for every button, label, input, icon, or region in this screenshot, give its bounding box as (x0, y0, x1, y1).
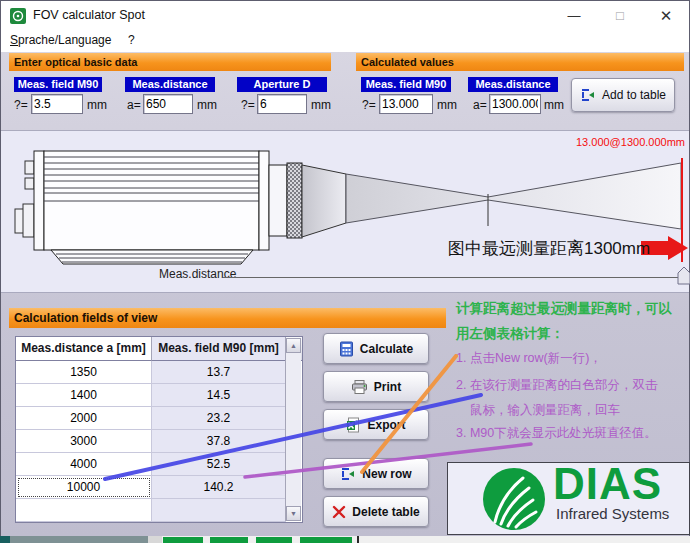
fov-diagram: 13.000@1300.000mm 图中最远测量距离1300mm Meas.di… (1, 130, 689, 293)
cell-distance[interactable]: 1350 (16, 361, 152, 384)
prefix-calc-m90: ?= (362, 98, 376, 112)
note-green-line1: 计算距离超过最远测量距离时，可以 (456, 300, 672, 318)
app-icon (10, 8, 26, 24)
cell-m90[interactable]: 52.5 (152, 453, 286, 476)
dias-wordmark: DIAS (553, 462, 662, 509)
printer-icon (351, 379, 368, 395)
scroll-down-button[interactable]: ▼ (286, 506, 301, 521)
calculate-button[interactable]: Calculate (323, 333, 429, 364)
table-row: 1350 13.7 (16, 361, 302, 384)
table-scrollbar[interactable]: ▲ ▼ (285, 338, 301, 521)
note-step3: 3. M90下就会显示此处光斑直径值。 (456, 425, 657, 442)
calc-m90-input[interactable] (379, 94, 433, 114)
distance-slider-track[interactable] (223, 277, 679, 278)
dias-subtitle: Infrared Systems (556, 505, 669, 522)
meas-distance-label: Meas.distance (159, 267, 236, 281)
delete-icon (332, 505, 346, 519)
unit-calc-m90: mm (437, 98, 457, 112)
maximize-button[interactable]: □ (597, 1, 643, 30)
minimize-button[interactable]: — (551, 1, 597, 30)
add-to-table-button[interactable]: Add to table (571, 78, 675, 112)
label-calc-distance: Meas.distance (468, 77, 558, 92)
new-row-icon (340, 466, 356, 482)
cell-distance[interactable]: 3000 (16, 430, 152, 453)
label-aperture-d: Aperture D (237, 77, 327, 92)
new-row-button[interactable]: New row (323, 458, 429, 489)
dias-logo-mark (481, 466, 547, 532)
calculator-icon (339, 341, 354, 357)
note-step1: 1. 点击New row(新一行)， (456, 350, 602, 367)
camera-beam-drawing (1, 131, 689, 294)
spot-size-label: 13.000@1300.000mm (576, 136, 685, 148)
col-m90-header: Meas. field M90 [mm] (152, 337, 286, 361)
background-window-strip (0, 536, 690, 543)
cn-max-distance-note: 图中最远测量距离1300mm (448, 237, 650, 260)
calculation-fields-header: Calculation fields of view (9, 308, 446, 328)
cell-distance-selected[interactable]: 10000 (16, 476, 152, 499)
aperture-input[interactable] (257, 94, 307, 114)
menu-language[interactable]: Sprache/Language (10, 33, 111, 47)
excel-export-icon (346, 417, 361, 433)
cell-m90[interactable]: 13.7 (152, 361, 286, 384)
cell-distance[interactable]: 1400 (16, 384, 152, 407)
label-calc-m90: Meas. field M90 (361, 77, 451, 92)
table-row: 3000 37.8 (16, 430, 302, 453)
unit-aperture: mm (311, 98, 331, 112)
app-window: FOV calculator Spot — □ ✕ Sprache/Langua… (0, 0, 690, 536)
table-row: 4000 52.5 (16, 453, 302, 476)
cell-m90[interactable]: 23.2 (152, 407, 286, 430)
m90-input[interactable] (31, 94, 83, 114)
cell-m90[interactable]: 140.2 (152, 476, 286, 499)
calculated-values-header: Calculated values (356, 53, 684, 71)
prefix-calc-distance: a= (473, 98, 487, 112)
menu-help[interactable]: ? (128, 33, 135, 47)
print-button[interactable]: Print (323, 371, 429, 402)
label-meas-distance: Meas.distance (125, 77, 215, 92)
distance-slider-thumb[interactable] (677, 266, 690, 285)
fov-table: Meas.distance a [mm] Meas. field M90 [mm… (15, 336, 303, 523)
basic-data-header: Enter optical basic data (9, 53, 331, 71)
note-green-line2: 用左侧表格计算： (456, 325, 564, 343)
cell-distance[interactable]: 2000 (16, 407, 152, 430)
add-to-table-icon (580, 87, 596, 103)
cell-distance[interactable]: 4000 (16, 453, 152, 476)
table-row: 1400 14.5 (16, 384, 302, 407)
cell-m90[interactable]: 14.5 (152, 384, 286, 407)
cell-m90[interactable]: 37.8 (152, 430, 286, 453)
table-row-empty (16, 499, 302, 522)
dias-logo: DIAS Infrared Systems (447, 462, 690, 535)
screen: FOV calculator Spot — □ ✕ Sprache/Langua… (0, 0, 690, 543)
close-button[interactable]: ✕ (643, 1, 689, 30)
note-step2b: 鼠标，输入测量距离，回车 (470, 402, 620, 419)
prefix-m90: ?= (14, 98, 28, 112)
distance-input[interactable] (143, 94, 193, 114)
delete-table-button[interactable]: Delete table (323, 496, 429, 527)
note-step2: 2. 在该行测量距离的白色部分，双击 (456, 377, 657, 394)
label-meas-field-m90: Meas. field M90 (14, 77, 102, 92)
export-button[interactable]: Export (323, 409, 429, 440)
table-header-row: Meas.distance a [mm] Meas. field M90 [mm… (16, 337, 302, 361)
window-title: FOV calculator Spot (33, 8, 145, 22)
scroll-up-button[interactable]: ▲ (286, 338, 301, 353)
unit-calc-distance: mm (544, 98, 564, 112)
client-area: Enter optical basic data Calculated valu… (1, 52, 689, 536)
unit-m90: mm (87, 98, 107, 112)
table-row-selected: 10000 140.2 (16, 476, 302, 499)
prefix-aperture: ?= (241, 98, 255, 112)
table-row: 2000 23.2 (16, 407, 302, 430)
title-bar: FOV calculator Spot — □ ✕ (1, 1, 689, 30)
cell-m90[interactable] (152, 499, 286, 522)
cell-distance[interactable] (16, 499, 152, 522)
prefix-distance: a= (127, 98, 141, 112)
col-distance-header: Meas.distance a [mm] (16, 337, 152, 361)
unit-distance: mm (197, 98, 217, 112)
calc-distance-input[interactable] (489, 94, 541, 114)
menu-bar: Sprache/Language ? (1, 30, 689, 52)
